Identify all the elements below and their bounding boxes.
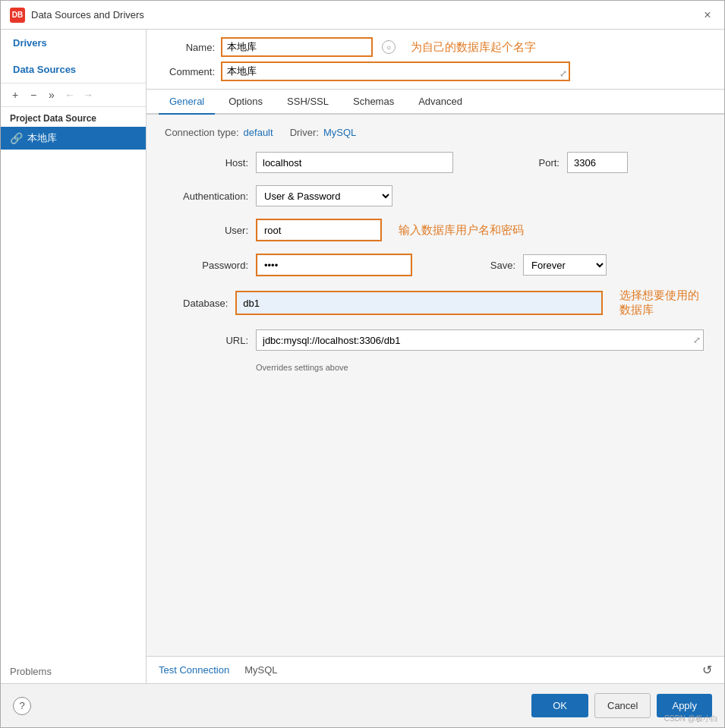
tab-options[interactable]: Options — [218, 90, 273, 115]
password-input-wrapper — [256, 254, 412, 276]
comment-row: Comment: ⤢ — [162, 61, 709, 81]
sidebar-toolbar: + − » ← → — [1, 84, 146, 107]
add-button[interactable]: + — [7, 87, 24, 103]
dialog-title: Data Sources and Drivers — [31, 9, 144, 20]
close-button[interactable]: × — [700, 8, 715, 23]
name-label: Name: — [162, 42, 215, 53]
right-panel: Name: ○ 为自己的数据库起个名字 Comment: ⤢ — [147, 30, 724, 683]
connection-type-value[interactable]: default — [244, 127, 273, 138]
sidebar-item-label: 本地库 — [27, 131, 57, 145]
driver-label-static: Driver: — [290, 127, 319, 138]
connection-type-label: Connection type: — [165, 127, 239, 138]
main-content: Drivers Data Sources + − » ← → Project D… — [1, 30, 724, 683]
save-label: Save: — [432, 260, 515, 271]
url-hint: Overrides settings above — [256, 363, 706, 372]
cancel-button[interactable]: Cancel — [594, 693, 651, 718]
footer: ? OK Cancel Apply — [1, 683, 724, 727]
user-input-wrapper — [256, 219, 382, 241]
main-dialog: DB Data Sources and Drivers × Drivers Da… — [0, 0, 725, 728]
save-select[interactable]: Forever Until restart Never — [523, 254, 607, 276]
host-input[interactable] — [256, 152, 453, 173]
host-port-row: Host: Port: — [165, 152, 706, 173]
port-label: Port: — [476, 157, 560, 169]
sidebar-drivers-link[interactable]: Drivers — [1, 30, 146, 56]
title-bar: DB Data Sources and Drivers × — [1, 1, 724, 30]
auth-label: Authentication: — [165, 191, 248, 202]
footer-left: ? — [13, 697, 31, 715]
host-label: Host: — [165, 157, 248, 169]
bottom-bar-left: Test Connection MySQL — [159, 664, 278, 676]
comment-input[interactable] — [221, 61, 570, 81]
url-label: URL: — [165, 335, 248, 346]
user-label: User: — [165, 225, 248, 236]
sidebar: Drivers Data Sources + − » ← → Project D… — [1, 30, 147, 683]
sidebar-header: Drivers Data Sources — [1, 30, 146, 84]
user-annotation: 输入数据库用户名和密码 — [399, 223, 524, 238]
comment-input-wrapper: ⤢ — [221, 61, 570, 81]
auth-row: Authentication: User & Password No auth … — [165, 185, 706, 206]
tab-advanced[interactable]: Advanced — [408, 90, 473, 115]
driver-value[interactable]: MySQL — [323, 127, 356, 138]
database-input-wrapper — [235, 291, 603, 315]
tab-general[interactable]: General — [159, 90, 215, 115]
test-connection-button[interactable]: Test Connection — [159, 664, 229, 676]
auth-select[interactable]: User & Password No auth Windows credenti… — [256, 185, 392, 206]
sidebar-item-local-db[interactable]: 🔗 本地库 — [1, 127, 146, 150]
url-input-wrapper: ⤢ — [256, 329, 704, 351]
form-area: Connection type: default Driver: MySQL H… — [147, 115, 724, 656]
name-circle-button[interactable]: ○ — [382, 40, 396, 54]
sidebar-section-label: Project Data Source — [1, 107, 146, 127]
more-button[interactable]: » — [43, 87, 60, 103]
sidebar-problems: Problems — [1, 660, 146, 683]
tabs-bar: General Options SSH/SSL Schemas Advanced — [147, 90, 724, 115]
ok-button[interactable]: OK — [531, 694, 588, 717]
db-icon: 🔗 — [10, 132, 23, 144]
user-row: User: 输入数据库用户名和密码 — [165, 219, 706, 241]
remove-button[interactable]: − — [25, 87, 42, 103]
port-input[interactable] — [567, 152, 628, 173]
url-input[interactable] — [256, 329, 704, 351]
sidebar-datasources-link[interactable]: Data Sources — [1, 56, 146, 83]
url-expand-icon[interactable]: ⤢ — [693, 335, 701, 345]
comment-expand-icon[interactable]: ⤢ — [560, 68, 567, 79]
url-row: URL: ⤢ — [165, 329, 706, 351]
database-annotation: 选择想要使用的数据库 — [619, 288, 706, 317]
name-annotation: 为自己的数据库起个名字 — [411, 40, 536, 55]
password-input[interactable] — [258, 256, 410, 274]
database-input[interactable] — [237, 292, 601, 314]
connection-type-row: Connection type: default Driver: MySQL — [165, 127, 706, 138]
password-row: Password: Save: Forever Until restart Ne… — [165, 254, 706, 276]
tab-schemas[interactable]: Schemas — [342, 90, 405, 115]
name-input-wrapper — [221, 37, 373, 57]
user-input[interactable] — [258, 221, 380, 239]
reset-button[interactable]: ↺ — [702, 663, 712, 677]
help-button[interactable]: ? — [13, 697, 31, 715]
comment-label: Comment: — [162, 66, 215, 77]
bottom-bar: Test Connection MySQL ↺ — [147, 656, 724, 683]
title-bar-left: DB Data Sources and Drivers — [10, 8, 144, 23]
database-label: Database: — [165, 298, 228, 309]
tab-sshssl[interactable]: SSH/SSL — [276, 90, 339, 115]
name-input[interactable] — [221, 37, 373, 57]
database-row: Database: 选择想要使用的数据库 — [165, 288, 706, 317]
back-button[interactable]: ← — [61, 87, 78, 103]
name-comment-area: Name: ○ 为自己的数据库起个名字 Comment: ⤢ — [147, 30, 724, 90]
app-icon: DB — [10, 8, 25, 23]
name-row: Name: ○ 为自己的数据库起个名字 — [162, 37, 709, 57]
password-label: Password: — [165, 260, 248, 271]
forward-button[interactable]: → — [80, 87, 96, 103]
driver-name-label: MySQL — [244, 664, 277, 676]
watermark: CSDN @极小白 — [664, 714, 718, 724]
